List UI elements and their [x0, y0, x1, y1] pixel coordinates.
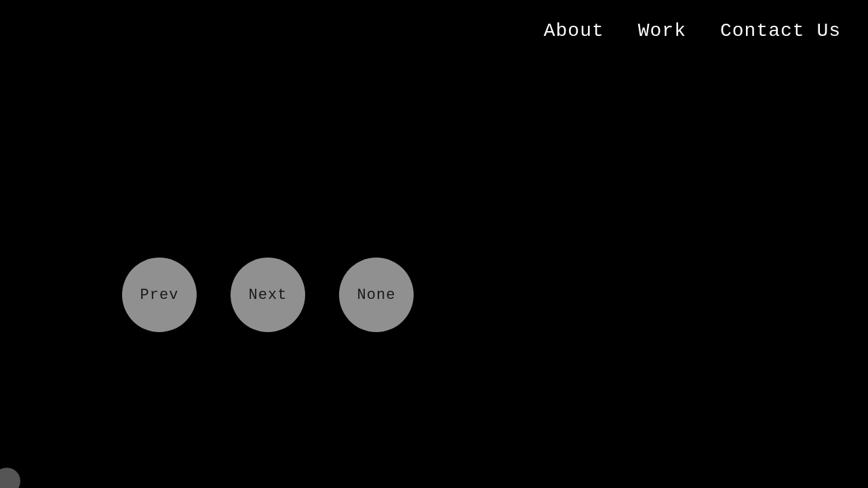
circle-buttons-group: Prev Next None: [122, 258, 414, 332]
nav-about[interactable]: About: [544, 20, 604, 41]
main-nav: About Work Contact Us: [517, 0, 868, 62]
nav-contact-us[interactable]: Contact Us: [720, 20, 841, 41]
corner-decoration: [0, 468, 20, 488]
prev-button[interactable]: Prev: [122, 258, 197, 332]
nav-work[interactable]: Work: [638, 20, 686, 41]
next-button[interactable]: Next: [231, 258, 305, 332]
none-button[interactable]: None: [339, 258, 414, 332]
